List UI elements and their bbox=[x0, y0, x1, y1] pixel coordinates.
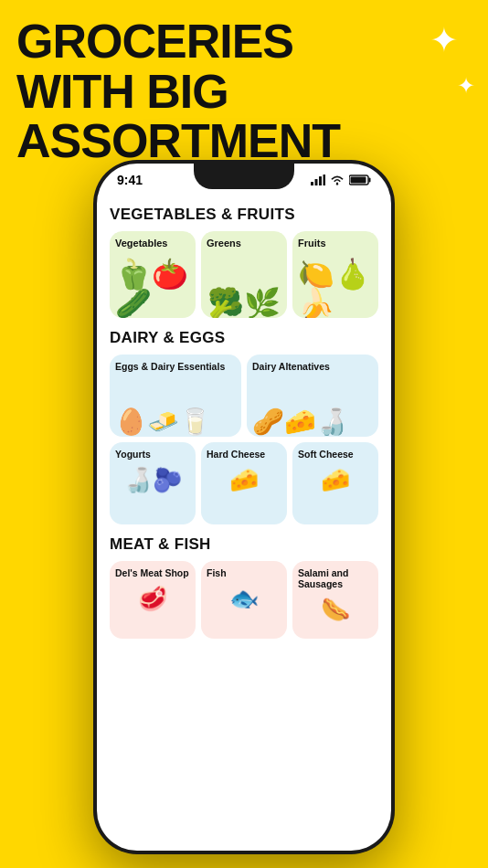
phone-screen: 9:41 bbox=[97, 164, 391, 851]
hero-title: GROCERIES WITH BIG ASSORTMENT bbox=[16, 16, 364, 166]
yogurts-emoji: 🍶🫐 bbox=[115, 466, 190, 494]
signal-icon bbox=[311, 175, 325, 185]
dairy-alt-emoji: 🥜🧀🍶 bbox=[252, 407, 348, 437]
dairy-alt-label: Dairy Altenatives bbox=[252, 361, 373, 372]
screen-content[interactable]: VEGETABLES & FRUITS Vegetables 🫑🍅🥒 Green… bbox=[97, 191, 391, 845]
yogurts-label: Yogurts bbox=[115, 449, 190, 460]
svg-point-4 bbox=[336, 183, 338, 185]
svg-rect-0 bbox=[311, 182, 313, 185]
dairy-bottom-grid: Yogurts 🍶🫐 Hard Cheese 🧀 Soft Cheese 🧀 bbox=[110, 442, 378, 524]
meat-fish-grid: Del's Meat Shop 🥩 Fish 🐟 Salami and Saus… bbox=[110, 561, 378, 639]
dels-meat-label: Del's Meat Shop bbox=[115, 567, 190, 578]
vegetables-emoji: 🫑🍅🥒 bbox=[115, 259, 190, 318]
wifi-icon bbox=[330, 175, 345, 185]
eggs-dairy-img: 🥚🧈🥛 bbox=[115, 375, 236, 437]
fruits-card[interactable]: Fruits 🍋🍐🍌 bbox=[292, 231, 378, 318]
dairy-eggs-section: DAIRY & EGGS Eggs & Dairy Essentials 🥚🧈🥛… bbox=[110, 329, 378, 524]
soft-cheese-card[interactable]: Soft Cheese 🧀 bbox=[292, 442, 378, 524]
meat-fish-title: MEAT & FISH bbox=[110, 535, 378, 554]
dels-meat-emoji: 🥩 bbox=[115, 585, 190, 613]
fish-label: Fish bbox=[207, 567, 281, 578]
greens-emoji: 🥦🌿 bbox=[207, 289, 281, 318]
svg-rect-2 bbox=[319, 176, 322, 185]
greens-img: 🥦🌿 bbox=[207, 252, 281, 318]
fruits-label: Fruits bbox=[298, 238, 373, 249]
vegetables-label: Vegetables bbox=[115, 238, 190, 249]
eggs-dairy-label: Eggs & Dairy Essentials bbox=[115, 361, 236, 372]
veg-fruits-title: VEGETABLES & FRUITS bbox=[110, 206, 378, 224]
yogurts-card[interactable]: Yogurts 🍶🫐 bbox=[110, 442, 196, 524]
hard-cheese-emoji: 🧀 bbox=[207, 466, 281, 494]
salami-emoji: 🌭 bbox=[298, 596, 373, 624]
veg-fruits-grid: Vegetables 🫑🍅🥒 Greens 🥦🌿 bbox=[110, 231, 378, 318]
vegetables-img: 🫑🍅🥒 bbox=[115, 252, 190, 318]
sparkle-mid-icon: ✦ bbox=[457, 73, 475, 99]
svg-rect-6 bbox=[369, 178, 371, 183]
eggs-dairy-card[interactable]: Eggs & Dairy Essentials 🥚🧈🥛 bbox=[110, 355, 241, 437]
hard-cheese-card[interactable]: Hard Cheese 🧀 bbox=[201, 442, 287, 524]
dairy-top-grid: Eggs & Dairy Essentials 🥚🧈🥛 Dairy Altena… bbox=[110, 355, 378, 437]
fish-card[interactable]: Fish 🐟 bbox=[201, 561, 287, 639]
battery-icon bbox=[349, 175, 371, 185]
dairy-alt-card[interactable]: Dairy Altenatives 🥜🧀🍶 bbox=[247, 355, 378, 437]
dairy-alt-img: 🥜🧀🍶 bbox=[252, 375, 373, 437]
fruits-img: 🍋🍐🍌 bbox=[298, 252, 373, 318]
eggs-dairy-emoji: 🥚🧈🥛 bbox=[115, 407, 211, 437]
soft-cheese-label: Soft Cheese bbox=[298, 449, 373, 460]
phone-notch bbox=[194, 164, 294, 189]
soft-cheese-emoji: 🧀 bbox=[298, 466, 373, 494]
fruits-emoji: 🍋🍐🍌 bbox=[298, 259, 373, 318]
vegetables-card[interactable]: Vegetables 🫑🍅🥒 bbox=[110, 231, 196, 318]
greens-label: Greens bbox=[207, 238, 281, 249]
hard-cheese-label: Hard Cheese bbox=[207, 449, 281, 460]
dels-meat-card[interactable]: Del's Meat Shop 🥩 bbox=[110, 561, 196, 639]
svg-rect-1 bbox=[315, 179, 318, 185]
meat-fish-section: MEAT & FISH Del's Meat Shop 🥩 Fish 🐟 Sal… bbox=[110, 535, 378, 639]
salami-label: Salami and Sausages bbox=[298, 567, 373, 589]
phone-frame: 9:41 bbox=[93, 160, 395, 854]
veg-fruits-section: VEGETABLES & FRUITS Vegetables 🫑🍅🥒 Green… bbox=[110, 206, 378, 318]
status-icons bbox=[311, 175, 371, 185]
status-time: 9:41 bbox=[117, 173, 143, 187]
dairy-eggs-title: DAIRY & EGGS bbox=[110, 329, 378, 347]
svg-rect-3 bbox=[324, 175, 326, 185]
salami-card[interactable]: Salami and Sausages 🌭 bbox=[292, 561, 378, 639]
sparkle-top-icon: ✦ bbox=[430, 20, 459, 60]
fish-emoji: 🐟 bbox=[207, 585, 281, 613]
greens-card[interactable]: Greens 🥦🌿 bbox=[201, 231, 287, 318]
svg-rect-7 bbox=[351, 177, 366, 184]
